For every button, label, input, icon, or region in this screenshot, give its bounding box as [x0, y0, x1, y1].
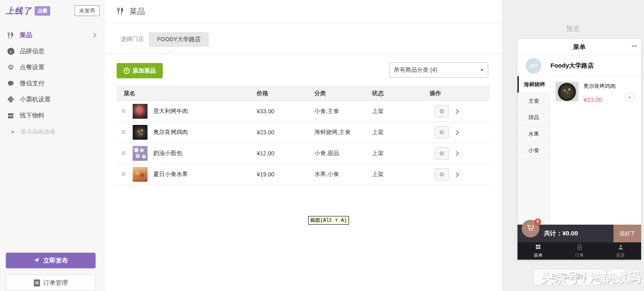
- chevron-right-icon: [91, 33, 96, 38]
- advanced-options-toggle[interactable]: ▶ 显示高级选项: [0, 124, 104, 140]
- row-settings-button[interactable]: ⚙: [435, 168, 449, 181]
- row-settings-button[interactable]: ⚙: [435, 105, 449, 117]
- sidebar-menu: 菜品 i 品牌信息 ⚙ 点餐设置 微信支付 小票机设置: [0, 27, 104, 140]
- dish-name: 奶油小面包: [153, 150, 182, 157]
- sidebar-item-printer-settings[interactable]: 小票机设置: [0, 92, 104, 108]
- sidebar-item-order-settings[interactable]: ⚙ 点餐设置: [0, 59, 104, 75]
- cart-total: 共计：¥0.00: [544, 230, 578, 237]
- menu-item-image: [555, 82, 578, 101]
- dish-name: 意大利烤牛肉: [153, 108, 188, 115]
- table-header-row: 菜名 价格 分类 状态 操作: [117, 86, 489, 101]
- item-list: 奥尔良烤鸡肉 ¥23.00 +: [550, 76, 641, 225]
- nav-tab-more[interactable]: 更多: [600, 242, 641, 260]
- column-header-category: 分类: [314, 90, 372, 97]
- nav-tab-orders[interactable]: 订单: [559, 242, 600, 260]
- store-tab-foody[interactable]: FOODY大学路店: [149, 33, 208, 47]
- dish-price: ¥33.00: [257, 108, 314, 115]
- store-selector-label: 选择门店: [121, 35, 144, 43]
- dish-thumbnail: [133, 167, 148, 182]
- app-window: 上线了 点餐 未发布 菜品 i 品牌信息 ⚙ 点餐设置: [0, 0, 644, 291]
- dish-categories: 海鲜烧烤,主食: [314, 129, 372, 136]
- plus-circle-icon: +: [124, 68, 130, 74]
- row-chevron-button[interactable]: [454, 172, 459, 177]
- sidebar-item-label: 菜品: [20, 31, 32, 39]
- caret-down-icon: ▼: [480, 68, 484, 72]
- category-tab-dessert[interactable]: 甜品: [518, 109, 550, 126]
- nav-tab-label: 菜单: [534, 252, 543, 258]
- table-row: ≡ 奥尔良烤鸡肉 ¥23.00 海鲜烧烤,主食 上架 ⚙: [117, 122, 489, 143]
- phone-header-title: 菜单: [573, 43, 585, 51]
- sidebar: 上线了 点餐 未发布 菜品 i 品牌信息 ⚙ 点餐设置: [0, 0, 104, 291]
- category-tab-seafood-bbq[interactable]: 海鲜烧烤: [518, 76, 550, 93]
- utensils-icon: [117, 7, 124, 16]
- cart-count-badge: 0: [534, 218, 541, 225]
- order-management-label: 订单管理: [43, 279, 68, 287]
- grid-icon: [535, 244, 541, 251]
- publish-now-label: 立即发布: [43, 257, 68, 265]
- drag-handle-icon[interactable]: ≡: [122, 170, 126, 178]
- main-content: 菜品 选择门店 FOODY大学路店 + 添加菜品 所有商品分类 (4) ▼ 菜名…: [104, 0, 502, 291]
- preview-panel: 预览 菜单 ••• 上线了 Foody大学路店 海鲜烧烤 主食 甜品 水果 小食: [502, 0, 644, 291]
- archive-box-icon: [7, 112, 15, 120]
- cart-icon: [526, 223, 535, 234]
- drag-handle-icon[interactable]: ≡: [122, 107, 126, 115]
- sidebar-item-label: 点餐设置: [20, 63, 44, 71]
- phone-body: 海鲜烧烤 主食 甜品 水果 小食 奥尔良烤鸡肉 ¥23.00 +: [518, 76, 641, 225]
- dish-price: ¥12.00: [257, 150, 314, 157]
- sidebar-item-dishes[interactable]: 菜品: [0, 27, 104, 43]
- column-header-price: 价格: [257, 90, 314, 97]
- triangle-right-icon: ▶: [12, 129, 15, 134]
- nav-tab-label: 更多: [616, 252, 625, 258]
- category-tab-staple[interactable]: 主食: [518, 93, 550, 109]
- dish-thumbnail: [133, 104, 148, 119]
- order-management-button[interactable]: 订单管理: [6, 275, 96, 291]
- receipt-icon: [576, 244, 583, 251]
- confirm-order-button[interactable]: 选好了: [614, 225, 641, 242]
- category-sidebar: 海鲜烧烤 主食 甜品 水果 小食: [518, 76, 550, 225]
- dish-table: 菜名 价格 分类 状态 操作 ≡ 意大利烤牛肉 ¥33.00 小食,主食 上架 …: [117, 86, 489, 185]
- sidebar-item-label: 线下物料: [20, 112, 44, 120]
- publish-status-badge: 未发布: [75, 5, 100, 16]
- dish-status: 上架: [372, 108, 430, 115]
- nav-tab-menu[interactable]: 菜单: [518, 242, 559, 260]
- add-dish-button[interactable]: + 添加菜品: [117, 63, 163, 78]
- row-chevron-button[interactable]: [454, 109, 459, 114]
- more-dots-icon[interactable]: •••: [632, 44, 637, 48]
- advanced-options-label: 显示高级选项: [21, 128, 55, 136]
- row-chevron-button[interactable]: [454, 130, 459, 135]
- preview-extra-button[interactable]: [609, 269, 626, 285]
- chat-bubble-icon: [7, 80, 15, 88]
- category-tab-snack[interactable]: 小食: [518, 142, 550, 159]
- drag-handle-icon[interactable]: ≡: [122, 149, 126, 157]
- drag-handle-icon[interactable]: ≡: [122, 128, 126, 136]
- sidebar-item-wechat-pay[interactable]: 微信支付: [0, 75, 104, 92]
- row-chevron-button[interactable]: [454, 151, 459, 156]
- cart-bar: 0 共计：¥0.00 选好了: [518, 225, 641, 242]
- dish-price: ¥19.00: [257, 171, 314, 178]
- phone-bottom-nav: 菜单 订单 更多: [518, 242, 641, 260]
- add-dish-label: 添加菜品: [133, 67, 156, 75]
- dish-status: 上架: [372, 129, 430, 136]
- dish-status: 上架: [372, 171, 430, 178]
- add-to-cart-button[interactable]: +: [625, 92, 635, 102]
- preview-title: 预览: [502, 25, 644, 33]
- category-filter-select[interactable]: 所有商品分类 (4) ▼: [389, 62, 488, 77]
- table-row: ≡ 意大利烤牛肉 ¥33.00 小食,主食 上架 ⚙: [117, 101, 489, 122]
- document-icon: [34, 279, 40, 286]
- person-icon: [618, 244, 624, 251]
- nav-tab-label: 订单: [575, 252, 584, 258]
- column-header-status: 状态: [372, 90, 430, 97]
- store-avatar: 上线了: [526, 58, 541, 74]
- cart-button[interactable]: 0: [522, 220, 539, 237]
- enter-browse-mode-button[interactable]: 进入浏览模式: [534, 269, 604, 285]
- sidebar-item-label: 微信支付: [20, 80, 44, 87]
- sidebar-item-offline-materials[interactable]: 线下物料: [0, 108, 104, 124]
- category-tab-fruit[interactable]: 水果: [518, 126, 550, 142]
- publish-now-button[interactable]: 立即发布: [6, 253, 96, 268]
- row-settings-button[interactable]: ⚙: [435, 147, 449, 160]
- dish-name: 奥尔良烤鸡肉: [153, 129, 188, 136]
- sidebar-item-brand-info[interactable]: i 品牌信息: [0, 43, 104, 59]
- store-selector-row: 选择门店 FOODY大学路店: [104, 23, 502, 54]
- row-settings-button[interactable]: ⚙: [435, 126, 449, 138]
- phone-store-name: Foody大学路店: [550, 62, 594, 70]
